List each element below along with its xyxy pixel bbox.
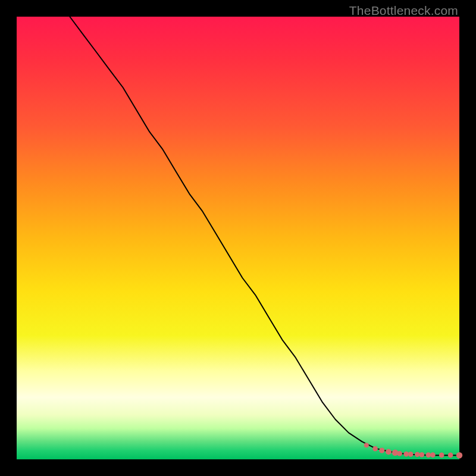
gpu-dot xyxy=(386,449,392,455)
gpu-dot xyxy=(372,446,378,452)
gpu-dot xyxy=(448,453,453,458)
watermark-text: TheBottleneck.com xyxy=(349,4,458,18)
gpu-dot xyxy=(403,452,409,457)
gpu-scatter-points xyxy=(364,443,462,458)
gpu-dot xyxy=(408,452,414,457)
chart-overlay xyxy=(17,17,459,459)
bottleneck-curve xyxy=(70,17,459,455)
gpu-dot xyxy=(419,452,425,458)
gpu-dot xyxy=(430,452,436,458)
gpu-dot xyxy=(379,448,384,453)
gpu-dot xyxy=(456,452,462,458)
gpu-dot xyxy=(364,443,369,447)
gpu-dot xyxy=(439,453,444,458)
gpu-dot xyxy=(415,452,420,458)
gpu-dot xyxy=(397,451,402,456)
chart-frame: TheBottleneck.com xyxy=(0,0,476,476)
gpu-dot xyxy=(426,452,431,458)
